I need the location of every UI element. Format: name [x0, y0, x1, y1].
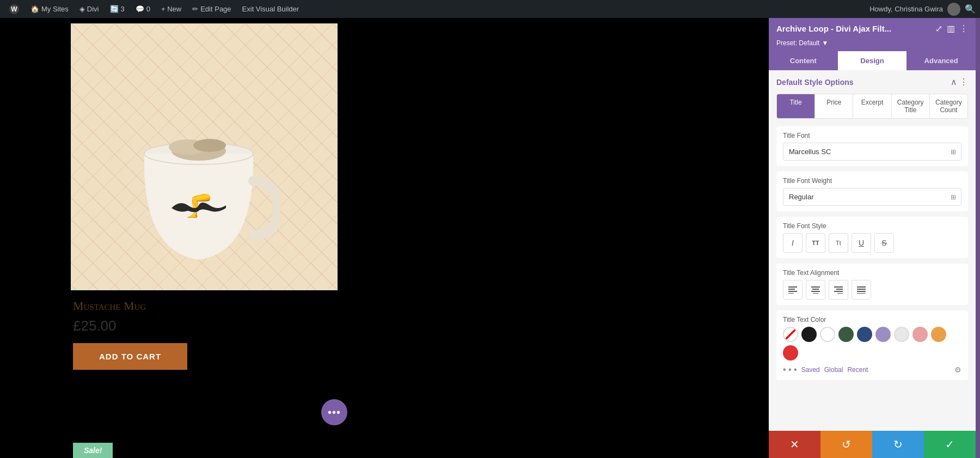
- color-swatches: [783, 327, 961, 361]
- sub-tabs: Title Price Excerpt CategoryTitle Catego…: [776, 94, 968, 119]
- sub-tab-excerpt[interactable]: Excerpt: [853, 94, 891, 118]
- color-swatch-pink[interactable]: [912, 327, 928, 342]
- right-edge-bar: [976, 18, 980, 458]
- align-justify-button[interactable]: [852, 280, 871, 300]
- admin-bar-updates[interactable]: 🔄 3: [106, 0, 129, 18]
- divi-icon: ◈: [79, 5, 85, 13]
- color-swatch-dark-green[interactable]: [838, 327, 854, 342]
- admin-bar-mysites[interactable]: 🏠 My Sites: [26, 0, 73, 18]
- alignment-buttons: [783, 280, 961, 300]
- sub-tab-price[interactable]: Price: [815, 94, 853, 118]
- three-dots-icon: •••: [328, 406, 341, 419]
- color-swatch-white[interactable]: [820, 327, 835, 342]
- color-swatch-light-gray[interactable]: [894, 327, 909, 342]
- color-swatch-orange[interactable]: [931, 327, 946, 342]
- uppercase-button[interactable]: TT: [806, 233, 825, 253]
- color-settings-icon[interactable]: ⚙: [954, 365, 961, 374]
- color-global-label[interactable]: Global: [824, 366, 843, 374]
- tab-design[interactable]: Design: [838, 51, 907, 70]
- color-swatch-black[interactable]: [801, 327, 817, 342]
- section-header: Default Style Options ∧ ⋮: [776, 77, 968, 87]
- product-card: 🦵 Mustache Mug £25.00 AD: [71, 23, 343, 370]
- title-text-color-group: Title Text Color • • • Saved Glo: [776, 310, 968, 380]
- align-left-button[interactable]: [783, 280, 803, 300]
- section-actions: ∧ ⋮: [951, 77, 968, 87]
- admin-bar-comments[interactable]: 💬 0: [131, 0, 155, 18]
- sidebar-content: Default Style Options ∧ ⋮ Title Price Ex…: [769, 70, 976, 431]
- sidebar-header: Archive Loop - Divi Ajax Filt... ⤢ ▥ ⋮: [769, 18, 976, 38]
- italic-button[interactable]: I: [783, 233, 803, 253]
- color-swatch-red[interactable]: [783, 345, 798, 361]
- section-options-icon[interactable]: ⋮: [959, 77, 968, 87]
- product-price: £25.00: [73, 317, 343, 334]
- page-canvas: 🦵 Mustache Mug £25.00 AD: [0, 18, 769, 458]
- underline-button[interactable]: U: [852, 233, 871, 253]
- title-font-style-group: Title Font Style I TT Tt U S: [776, 217, 968, 258]
- reset-button[interactable]: ↺: [820, 431, 872, 458]
- sub-tab-category-title[interactable]: CategoryTitle: [892, 94, 930, 118]
- align-center-button[interactable]: [806, 280, 825, 300]
- admin-bar-divi[interactable]: ◈ Divi: [75, 0, 103, 18]
- columns-icon[interactable]: ▥: [947, 23, 955, 34]
- svg-point-7: [193, 139, 226, 152]
- color-swatch-dark-blue[interactable]: [857, 327, 872, 342]
- admin-bar-new[interactable]: + New: [157, 0, 186, 18]
- title-font-select-wrapper: Marcellus SC Default Georgia Arial ⊞: [783, 143, 961, 161]
- tab-advanced[interactable]: Advanced: [906, 51, 976, 70]
- title-font-weight-group: Title Font Weight Regular Thin Light Bol…: [776, 172, 968, 211]
- save-button[interactable]: ✓: [924, 431, 976, 458]
- product-image: 🦵: [71, 23, 338, 290]
- capitalize-button[interactable]: Tt: [829, 233, 848, 253]
- admin-bar-edit-page[interactable]: ✏ Edit Page: [188, 0, 235, 18]
- color-saved-label[interactable]: Saved: [801, 366, 820, 374]
- sale-badge: Sale!: [73, 443, 113, 458]
- title-font-weight-select-wrapper: Regular Thin Light Bold Extra Bold ⊞: [783, 188, 961, 206]
- mug-container: 🦵: [128, 99, 280, 273]
- add-to-cart-button[interactable]: ADD TO CART: [73, 343, 187, 370]
- align-right-button[interactable]: [829, 280, 848, 300]
- preset-chevron-icon: ▼: [822, 39, 828, 47]
- edit-icon: ✏: [192, 5, 198, 13]
- expand-icon[interactable]: ⤢: [935, 23, 942, 34]
- font-style-buttons: I TT Tt U S: [783, 233, 961, 253]
- title-text-color-label: Title Text Color: [783, 316, 961, 323]
- sidebar-panel: Archive Loop - Divi Ajax Filt... ⤢ ▥ ⋮ P…: [769, 18, 976, 458]
- admin-bar-exit-builder[interactable]: Exit Visual Builder: [238, 0, 304, 18]
- title-font-weight-label: Title Font Weight: [783, 177, 961, 185]
- sub-tab-category-count[interactable]: CategoryCount: [930, 94, 967, 118]
- svg-text:W: W: [11, 5, 17, 13]
- section-collapse-icon[interactable]: ∧: [951, 77, 957, 87]
- title-font-select[interactable]: Marcellus SC Default Georgia Arial: [783, 143, 961, 161]
- section-title: Default Style Options: [776, 78, 854, 87]
- color-recent-label[interactable]: Recent: [847, 366, 868, 374]
- sidebar-tabs: Content Design Advanced: [769, 51, 976, 70]
- strikethrough-button[interactable]: S: [874, 233, 894, 253]
- main-area: 🦵 Mustache Mug £25.00 AD: [0, 18, 980, 458]
- home-icon: 🏠: [30, 5, 39, 13]
- comments-icon: 💬: [136, 5, 144, 13]
- redo-button[interactable]: ↻: [872, 431, 924, 458]
- updates-icon: 🔄: [110, 5, 119, 13]
- color-swatch-light-purple[interactable]: [875, 327, 891, 342]
- title-font-weight-select[interactable]: Regular Thin Light Bold Extra Bold: [783, 188, 961, 206]
- cancel-button[interactable]: ✕: [769, 431, 820, 458]
- wordpress-icon[interactable]: W: [4, 0, 24, 18]
- color-swatch-transparent[interactable]: [783, 327, 798, 342]
- title-text-alignment-group: Title Text Alignment: [776, 264, 968, 305]
- sub-tab-title[interactable]: Title: [777, 94, 815, 118]
- sidebar-preset[interactable]: Preset: Default ▼: [769, 38, 976, 51]
- admin-bar: W 🏠 My Sites ◈ Divi 🔄 3 💬 0 + New ✏ Edit…: [0, 0, 980, 18]
- sidebar-title: Archive Loop - Divi Ajax Filt...: [776, 24, 891, 33]
- floating-menu-button[interactable]: •••: [321, 399, 347, 425]
- tab-content[interactable]: Content: [769, 51, 838, 70]
- bottom-toolbar: ✕ ↺ ↻ ✓: [769, 431, 976, 458]
- admin-bar-right: Howdy, Christina Gwira 🔍: [869, 3, 976, 16]
- title-font-label: Title Font: [783, 132, 961, 139]
- more-options-icon[interactable]: ⋮: [959, 23, 968, 34]
- product-title: Mustache Mug: [73, 299, 343, 313]
- title-font-group: Title Font Marcellus SC Default Georgia …: [776, 126, 968, 166]
- title-text-alignment-label: Title Text Alignment: [783, 269, 961, 277]
- color-more-icon[interactable]: • • •: [783, 365, 797, 375]
- search-icon[interactable]: 🔍: [965, 4, 976, 14]
- user-avatar[interactable]: [947, 3, 960, 16]
